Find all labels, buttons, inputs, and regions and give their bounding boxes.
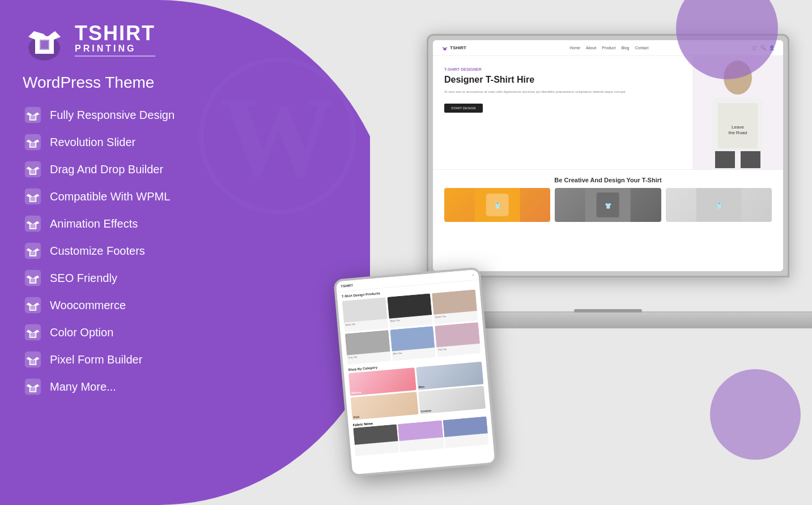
svg-rect-32: [741, 151, 760, 168]
tshirt-icon-wpml: [23, 186, 43, 207]
svg-rect-4: [25, 107, 41, 123]
feature-item-wpml: Compatible With WPML: [23, 183, 249, 209]
svg-rect-9: [31, 170, 36, 174]
tablet-screen: TSHIRT ≡ T-Shirt Design Products White T…: [336, 269, 495, 475]
tablet-news-3: [443, 416, 488, 448]
tablet-product-3: Brown Tee: [432, 289, 478, 324]
product-card-3: 👕: [666, 188, 772, 222]
tablet-category-grid: Women Men Kids Custom: [348, 362, 486, 420]
logo-subtitle: PRINTING: [75, 44, 155, 54]
website-nav-links: Home About Product Blog Contact: [569, 46, 648, 50]
svg-rect-24: [25, 379, 41, 395]
svg-rect-25: [31, 387, 36, 391]
svg-rect-8: [25, 161, 41, 177]
feature-text-animation: Animation Effects: [50, 217, 138, 230]
svg-rect-17: [31, 279, 36, 283]
website-product-grid: 👕 👕: [444, 188, 772, 222]
tablet-nav-menu: ≡: [472, 273, 474, 276]
tablet-mockup: TSHIRT ≡ T-Shirt Design Products White T…: [342, 273, 489, 471]
right-panel: TSHIRT Home About Product Blog Contact 🛒…: [359, 0, 812, 505]
feature-text-more: Many More...: [50, 380, 116, 393]
feature-text-seo: SEO Friendly: [50, 272, 117, 285]
tablet-cat-label-3: Kids: [352, 414, 361, 420]
feature-item-footers: Customize Footers: [23, 238, 249, 264]
svg-rect-14: [25, 243, 41, 259]
tshirt-icon-footers: [23, 241, 43, 261]
svg-text:👕: 👕: [605, 202, 612, 209]
tablet-category-2: Men: [416, 362, 484, 390]
svg-rect-11: [31, 197, 36, 201]
product-card-2: 👕: [555, 188, 661, 222]
tablet-cat-label-4: Custom: [419, 408, 432, 414]
website-hero-title: Designer T-Shirt Hire: [444, 74, 681, 85]
svg-rect-15: [31, 251, 36, 255]
tablet-category-4: Custom: [418, 386, 486, 414]
tablet-news-img-2: [398, 420, 443, 441]
tablet-nav-logo: TSHIRT: [341, 284, 353, 288]
svg-rect-12: [25, 216, 41, 232]
nav-logo-text: TSHIRT: [450, 45, 466, 50]
svg-rect-13: [31, 224, 36, 228]
theme-label: WordPress Theme: [23, 74, 249, 92]
svg-rect-6: [25, 134, 41, 150]
feature-item-pixel: Pixel Form Builder: [23, 346, 249, 373]
tshirt-icon-responsive: [23, 105, 43, 125]
website-hero-desc: At vero eos et accusamus et iusto odio d…: [444, 89, 681, 94]
features-list: Fully Responsive Design Revolution Slide…: [23, 102, 249, 400]
feature-item-seo: SEO Friendly: [23, 265, 249, 291]
feature-text-color: Color Option: [50, 326, 113, 339]
svg-rect-10: [25, 189, 41, 204]
logo-underline: [75, 55, 155, 57]
tshirt-icon-animation: [23, 213, 43, 234]
svg-rect-18: [25, 297, 41, 313]
tablet-category-3: Kids: [350, 392, 418, 420]
feature-item-woocommerce: Woocommerce: [23, 292, 249, 318]
feature-item-responsive: Fully Responsive Design: [23, 102, 249, 128]
tablet-news-img-1: [353, 424, 398, 445]
tshirt-icon-revolution: [23, 132, 43, 152]
feature-text-woocommerce: Woocommerce: [50, 299, 126, 312]
tablet-news-img-3: [443, 416, 488, 437]
svg-rect-20: [25, 324, 41, 340]
tablet-cat-label-2: Men: [417, 384, 426, 390]
tablet-product-4: Gray Tee: [345, 330, 391, 365]
feature-item-drag-drop: Drag And Drop Builder: [23, 156, 249, 182]
feature-item-animation: Animation Effects: [23, 211, 249, 237]
tablet-product-2: Black Tee: [387, 293, 433, 328]
tablet-cat-label-1: Women: [350, 389, 363, 396]
svg-text:👕: 👕: [715, 202, 722, 209]
tablet-product-6: Pink Tee: [435, 322, 481, 357]
tshirt-icon-woocommerce: [23, 295, 43, 315]
website-nav-logo: TSHIRT: [441, 45, 466, 52]
feature-item-more: Many More...: [23, 374, 249, 400]
svg-text:the Road: the Road: [729, 130, 747, 135]
svg-rect-7: [31, 143, 36, 147]
logo-title: TSHIRT: [75, 23, 155, 44]
logo-text: TSHIRT PRINTING: [75, 23, 155, 57]
svg-rect-19: [31, 306, 36, 310]
tablet-product-grid: White Tee Black Tee Brown Tee Gray Tee: [337, 288, 485, 367]
tshirt-icon-pixel: [23, 349, 43, 370]
logo-icon: [23, 17, 68, 62]
product-card-1: 👕: [444, 188, 550, 222]
tshirt-icon-seo: [23, 268, 43, 288]
nav-link-home: Home: [569, 46, 580, 50]
tshirt-icon-more: [23, 376, 43, 397]
feature-text-drag-drop: Drag And Drop Builder: [50, 163, 163, 176]
nav-link-blog: Blog: [621, 46, 629, 50]
feature-item-revolution: Revolution Slider: [23, 129, 249, 155]
logo-area: TSHIRT PRINTING: [23, 17, 249, 62]
svg-rect-23: [31, 360, 36, 364]
tablet-news-2: [398, 420, 444, 452]
svg-rect-5: [31, 115, 36, 119]
svg-text:Leave: Leave: [732, 125, 744, 130]
svg-rect-21: [31, 333, 36, 337]
purple-circle-bottom: [710, 369, 801, 460]
svg-point-3: [23, 52, 27, 56]
nav-link-contact: Contact: [635, 46, 648, 50]
tablet-product-1: White Tee: [342, 297, 388, 332]
svg-rect-16: [25, 270, 41, 286]
feature-text-responsive: Fully Responsive Design: [50, 109, 175, 122]
svg-rect-31: [715, 151, 735, 168]
feature-text-footers: Customize Footers: [50, 245, 145, 258]
